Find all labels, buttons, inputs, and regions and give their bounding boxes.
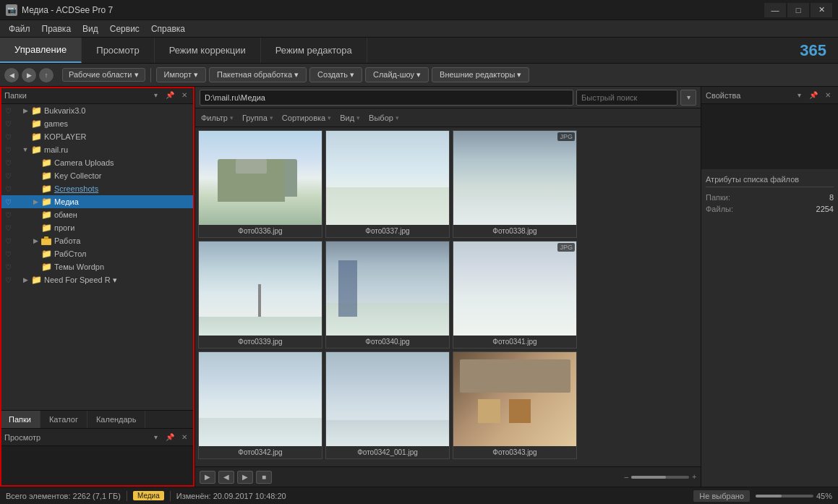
tree-item-bukvarix[interactable]: ♡ ▶ 📁 Bukvarix3.0	[0, 104, 194, 117]
zoom-slider[interactable]	[631, 476, 689, 479]
tab-catalog[interactable]: Каталог	[40, 411, 87, 428]
folders-panel-header: Папки ▾ 📌 ✕	[0, 87, 194, 104]
prev-button[interactable]: ◀	[218, 471, 234, 484]
close-button[interactable]: ✕	[811, 3, 832, 17]
tree-item-obmen[interactable]: ♡ 📁 обмен	[0, 208, 194, 221]
tree-item-games[interactable]: ♡ 📁 games	[0, 117, 194, 130]
preview-pin-icon[interactable]: 📌	[164, 432, 176, 443]
view-dropdown[interactable]: Вид ▾	[340, 114, 360, 122]
photo-cell-6[interactable]: JPG Фото0341.jpg	[453, 241, 577, 349]
expand-placeholder	[30, 210, 40, 220]
right-panel-close[interactable]: ✕	[822, 90, 834, 101]
expand-icon[interactable]: ▼	[20, 145, 30, 155]
right-panel-dropdown[interactable]: ▾	[793, 90, 805, 101]
changed-date: Изменён: 20.09.2017 10:48:20	[176, 492, 286, 500]
tree-item-nfs[interactable]: ♡ ▶ 📁 Need For Speed R ▾	[0, 273, 194, 286]
play-button[interactable]: ▶	[200, 471, 215, 484]
tab-calendar[interactable]: Календарь	[87, 411, 146, 428]
nav-refresh[interactable]: ↑	[39, 68, 54, 82]
tab-manage[interactable]: Управление	[0, 38, 82, 63]
batch-process-button[interactable]: Пакетная обработка ▾	[209, 67, 307, 82]
photo-grid: JPG Фото0336.jpg JPG Фото0337.jpg	[195, 127, 701, 466]
folder-icon: 📁	[40, 210, 52, 220]
status-zoom-fill	[756, 495, 782, 497]
photo-cell-4[interactable]: JPG Фото0339.jpg	[198, 241, 322, 349]
search-button[interactable]: ▾	[680, 90, 696, 106]
photo-cell-1[interactable]: JPG Фото0336.jpg	[198, 130, 322, 238]
photo-cell-7[interactable]: JPG Фото0342.jpg	[198, 351, 322, 459]
expand-icon[interactable]: ▶	[20, 275, 30, 285]
tree-item-progi[interactable]: ♡ 📁 проги	[0, 221, 194, 234]
right-panel-title: Свойства	[706, 91, 740, 100]
photo-cell-8[interactable]: JPG Фото0342_001.jpg	[325, 351, 450, 459]
tree-label: Need For Speed R ▾	[44, 276, 192, 285]
preview-dropdown-icon[interactable]: ▾	[150, 432, 161, 443]
tree-label: Темы Wordpn	[54, 262, 192, 271]
expand-placeholder	[30, 184, 40, 194]
zoom-slider-fill	[631, 476, 666, 479]
panel-pin-icon[interactable]: 📌	[164, 90, 176, 101]
tab-editor[interactable]: Режим редактора	[261, 38, 367, 63]
select-dropdown[interactable]: Выбор ▾	[369, 114, 399, 122]
preview-close-icon[interactable]: ✕	[179, 432, 190, 443]
nav-back[interactable]: ◀	[4, 68, 19, 82]
menu-help[interactable]: Справка	[145, 22, 191, 35]
sort-dropdown[interactable]: Сортировка ▾	[282, 114, 331, 122]
filter-dropdown[interactable]: Фильтр ▾	[201, 114, 234, 122]
expand-icon[interactable]: ▶	[30, 197, 40, 207]
import-button[interactable]: Импорт ▾	[156, 67, 207, 82]
zoom-minus[interactable]: –	[625, 473, 629, 481]
photo-cell-9[interactable]: JPG Фото0343.jpg	[453, 351, 577, 459]
heart-icon: ♡	[3, 119, 13, 129]
tree-item-koplayer[interactable]: ♡ 📁 KOPLAYER	[0, 130, 194, 143]
nav-forward[interactable]: ▶	[22, 68, 36, 82]
tree-item-temy[interactable]: ♡ 📁 Темы Wordpn	[0, 260, 194, 273]
tree-item-camera[interactable]: ♡ 📁 Camera Uploads	[0, 156, 194, 169]
tree-item-rabstol[interactable]: ♡ 📁 РабСтол	[0, 247, 194, 260]
minimize-button[interactable]: —	[764, 3, 786, 17]
stop-button[interactable]: ■	[256, 471, 272, 484]
menu-file[interactable]: Файл	[3, 22, 36, 35]
heart-icon: ♡	[3, 262, 13, 272]
tree-label: mail.ru	[44, 145, 192, 154]
expand-placeholder	[30, 223, 40, 233]
right-panel-pin[interactable]: 📌	[808, 90, 819, 101]
panel-dropdown-icon[interactable]: ▾	[150, 90, 161, 101]
photo-cell-3[interactable]: JPG Фото0338.jpg	[453, 130, 577, 238]
workspace-dropdown[interactable]: Рабочие области ▾	[62, 68, 145, 82]
folder-icon: 📁	[30, 132, 42, 142]
expand-icon[interactable]: ▶	[30, 236, 40, 246]
tree-item-screenshots[interactable]: ♡ 📁 Screenshots	[0, 182, 194, 195]
next-button[interactable]: ▶	[237, 471, 253, 484]
tab-folders[interactable]: Папки	[0, 411, 40, 428]
tree-item-media[interactable]: ♡ ▶ 📁 Медиа	[0, 195, 194, 208]
tree-item-rabota[interactable]: ♡ ▶ Работа	[0, 234, 194, 247]
address-input[interactable]	[200, 90, 573, 106]
tab-view[interactable]: Просмотр	[82, 38, 154, 63]
tree-label: Работа	[54, 236, 192, 245]
group-dropdown[interactable]: Группа ▾	[242, 114, 273, 122]
zoom-plus[interactable]: +	[692, 473, 696, 481]
heart-icon: ♡	[3, 275, 13, 285]
maximize-button[interactable]: □	[787, 3, 809, 17]
heart-icon: ♡	[3, 236, 13, 246]
photo-cell-5[interactable]: JPG Фото0340.jpg	[325, 241, 450, 349]
tree-item-keycollector[interactable]: ♡ 📁 Key Collector	[0, 169, 194, 182]
menu-edit[interactable]: Правка	[36, 22, 77, 35]
expand-icon[interactable]: ▶	[20, 106, 30, 116]
panel-close-icon[interactable]: ✕	[179, 90, 190, 101]
menu-service[interactable]: Сервис	[104, 22, 145, 35]
tree-label: Screenshots	[54, 184, 192, 193]
tab-correction[interactable]: Режим коррекции	[155, 38, 261, 63]
tree-item-mailru[interactable]: ♡ ▼ 📁 mail.ru	[0, 143, 194, 156]
photo-name: Фото0343.jpg	[453, 446, 576, 458]
menu-view[interactable]: Вид	[77, 22, 104, 35]
photo-cell-2[interactable]: JPG Фото0337.jpg	[325, 130, 450, 238]
zoom-area: 45%	[756, 492, 832, 500]
create-button[interactable]: Создать ▾	[309, 67, 362, 82]
status-zoom-slider[interactable]	[756, 495, 813, 497]
slideshow-button[interactable]: Слайд-шоу ▾	[365, 67, 429, 82]
status-separator-2	[170, 491, 171, 501]
external-editors-button[interactable]: Внешние редакторы ▾	[432, 67, 529, 82]
search-input[interactable]	[576, 90, 677, 106]
